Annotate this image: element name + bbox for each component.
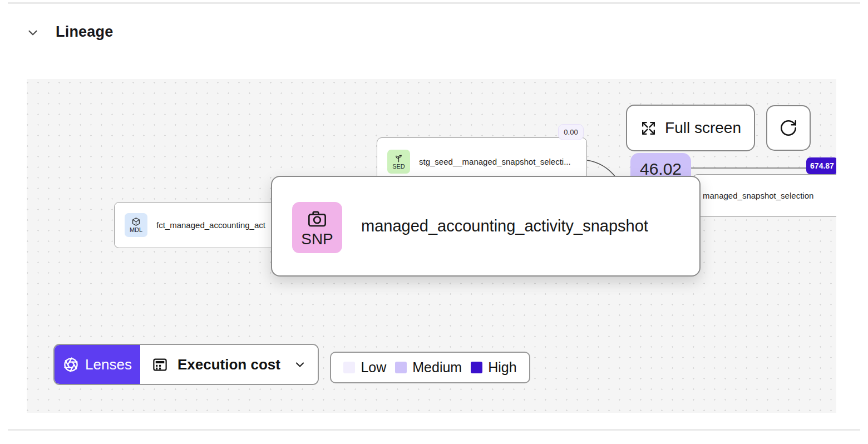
legend-item-medium: Medium xyxy=(395,359,462,376)
model-type-badge: MDL xyxy=(125,213,147,237)
node-hover-card-snapshot[interactable]: SNP managed_accounting_activity_snapshot xyxy=(271,176,701,277)
collapse-section-button[interactable] xyxy=(26,24,42,41)
snapshot-type-badge: SNP xyxy=(292,202,342,253)
lenses-button[interactable]: Lenses xyxy=(55,345,140,384)
legend-item-low: Low xyxy=(343,359,386,376)
legend-label: Medium xyxy=(412,359,462,376)
lineage-canvas[interactable]: MDL fct_managed_accounting_act SED stg_s… xyxy=(27,79,836,413)
full-screen-label: Full screen xyxy=(665,119,741,137)
cube-icon xyxy=(131,217,141,226)
legend-swatch-high xyxy=(471,362,482,373)
lenses-control: Lenses Execution cost xyxy=(53,344,319,385)
type-badge-label: MDL xyxy=(130,227,142,233)
lens-selector-dropdown[interactable]: Execution cost xyxy=(140,345,318,384)
legend-label: Low xyxy=(361,359,386,376)
table-icon xyxy=(151,356,169,373)
lineage-header: Lineage xyxy=(0,0,868,56)
camera-icon xyxy=(306,208,328,230)
legend-swatch-low xyxy=(343,362,355,373)
cost-badge-low: 0.00 xyxy=(558,124,584,140)
refresh-button[interactable] xyxy=(766,105,811,151)
lineage-page: Lineage MDL fct_managed_accounting_act S… xyxy=(0,0,868,444)
selected-lens-label: Execution cost xyxy=(177,356,284,373)
chevron-down-icon xyxy=(293,358,307,371)
type-badge-label: SED xyxy=(392,164,405,170)
refresh-icon xyxy=(779,119,798,137)
edge-stg-to-selection-curve xyxy=(587,160,616,177)
seed-type-badge: SED xyxy=(387,150,410,174)
page-title: Lineage xyxy=(56,23,113,41)
legend-item-high: High xyxy=(471,359,516,376)
cost-badge-high: 674.87 xyxy=(806,157,836,174)
node-label: stg_seed__managed_snapshot_selecti... xyxy=(419,157,571,166)
full-screen-button[interactable]: Full screen xyxy=(626,105,755,151)
expand-arrows-icon xyxy=(640,120,657,137)
type-badge-label: SNP xyxy=(301,231,333,248)
legend-label: High xyxy=(488,359,516,376)
cost-legend: Low Medium High xyxy=(330,352,530,383)
bottom-divider xyxy=(8,429,860,431)
chevron-down-icon xyxy=(26,26,42,40)
aperture-icon xyxy=(63,357,79,373)
lenses-button-label: Lenses xyxy=(85,356,132,373)
node-label: fct_managed_accounting_act xyxy=(156,220,265,230)
node-label: managed_snapshot_selection xyxy=(703,191,813,200)
hover-card-title: managed_accounting_activity_snapshot xyxy=(361,217,648,235)
sprout-icon xyxy=(394,154,403,163)
node-managed-snapshot-selection[interactable]: managed_snapshot_selection xyxy=(693,174,836,217)
legend-swatch-medium xyxy=(395,362,407,373)
node-fct-managed-accounting[interactable]: MDL fct_managed_accounting_act xyxy=(114,202,277,248)
